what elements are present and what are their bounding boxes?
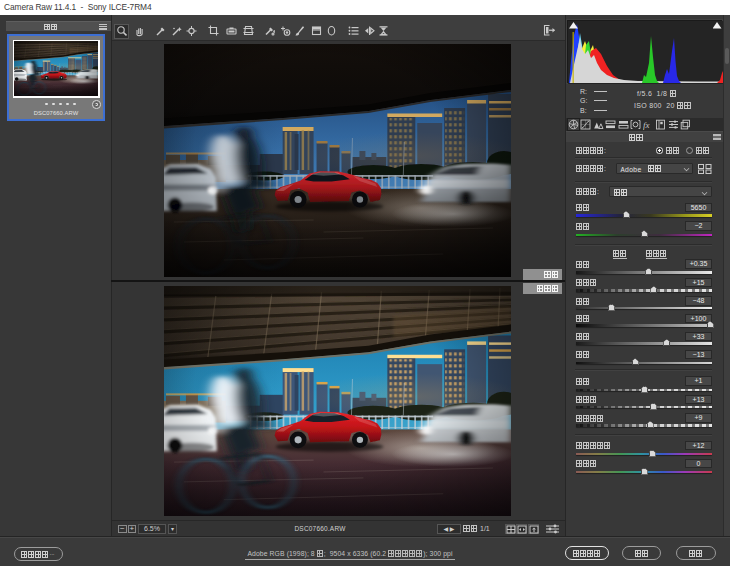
svg-text:fx: fx [643,120,650,130]
